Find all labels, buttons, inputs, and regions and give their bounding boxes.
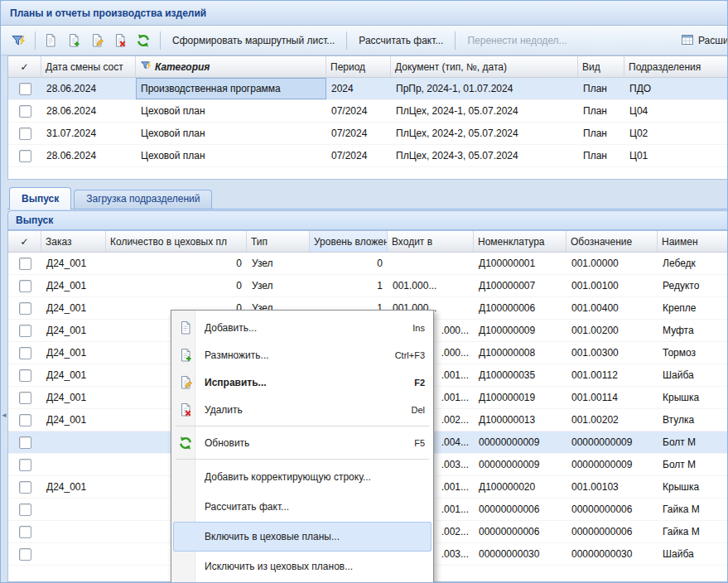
cell-name: Лебедк bbox=[658, 253, 727, 274]
cell-qty: 0 bbox=[106, 253, 247, 274]
cell-check bbox=[8, 499, 41, 520]
cell-qty: 0 bbox=[106, 275, 247, 296]
row-checkbox[interactable] bbox=[19, 436, 31, 449]
row-checkbox[interactable] bbox=[19, 414, 31, 426]
column-header-division[interactable]: Подразделения bbox=[624, 56, 727, 78]
cell-document: ПлЦех, 2024-3, 05.07.2024 bbox=[391, 145, 578, 166]
cell-name: Тормоз bbox=[658, 342, 727, 364]
cell-check bbox=[8, 100, 41, 122]
row-checkbox[interactable] bbox=[19, 347, 31, 359]
cell-date: 31.07.2024 bbox=[41, 123, 136, 144]
column-header-kind[interactable]: Вид bbox=[578, 56, 624, 78]
column-header-date[interactable]: Дата смены сост bbox=[41, 56, 136, 78]
cell-order: Д24_001 bbox=[41, 364, 106, 386]
menu-item[interactable]: Исправить...F2 bbox=[173, 369, 431, 396]
column-header-type[interactable]: Тип bbox=[247, 231, 310, 253]
table-row[interactable]: 28.06.2024Цеховой план07/2024ПлЦех, 2024… bbox=[8, 100, 727, 123]
column-header-level[interactable]: Уровень вложен bbox=[310, 231, 388, 253]
column-header-qty[interactable]: Количество в цеховых пл bbox=[106, 231, 247, 253]
advanced-search-icon bbox=[681, 33, 694, 49]
row-checkbox[interactable] bbox=[19, 369, 31, 382]
menu-item[interactable]: Рассчитать факт... bbox=[173, 492, 431, 522]
column-header-parent[interactable]: Входит в bbox=[388, 231, 474, 253]
refresh-button[interactable] bbox=[133, 30, 154, 51]
cell-order: Д24_001 bbox=[41, 387, 106, 408]
column-header-period[interactable]: Период bbox=[326, 56, 391, 78]
table-row[interactable]: Д24_0010Узел1001.000...Д100000007001.001… bbox=[8, 275, 727, 297]
table-row[interactable]: 31.07.2024Цеховой план07/2024ПлЦех, 2024… bbox=[8, 123, 727, 145]
menu-item[interactable]: ОбновитьF5 bbox=[173, 429, 431, 456]
cell-order: Д24_001 bbox=[41, 253, 106, 274]
cell-nomenclature: Д100000019 bbox=[474, 387, 566, 408]
cell-name: Редукто bbox=[658, 275, 727, 296]
menu-item[interactable]: Размножить...Ctrl+F3 bbox=[173, 341, 431, 369]
cell-name: Гайка М bbox=[658, 499, 727, 520]
cell-name: Муфта bbox=[658, 320, 727, 341]
window-titlebar[interactable]: Планы и отчеты производства изделий bbox=[1, 1, 727, 26]
cell-date: 28.06.2024 bbox=[41, 78, 136, 99]
row-checkbox[interactable] bbox=[19, 392, 31, 404]
menu-item[interactable]: Добавить...Ins bbox=[173, 314, 431, 341]
table-row[interactable]: 28.06.2024Цеховой план07/2024ПлЦех, 2024… bbox=[8, 145, 727, 167]
column-header-order[interactable]: Заказ bbox=[41, 231, 106, 253]
menu-item[interactable]: УдалитьDel bbox=[173, 396, 431, 423]
duplicate-button[interactable] bbox=[63, 30, 84, 51]
cell-name: Втулка bbox=[658, 409, 727, 431]
row-checkbox[interactable] bbox=[19, 325, 31, 337]
menu-item[interactable]: Добавить корректирующую строку... bbox=[173, 462, 431, 492]
advanced-button[interactable]: Расширен bbox=[673, 30, 728, 51]
row-checkbox[interactable] bbox=[19, 280, 31, 292]
add-button[interactable] bbox=[40, 30, 61, 51]
row-checkbox[interactable] bbox=[19, 526, 31, 538]
cell-check bbox=[8, 543, 41, 565]
row-checkbox[interactable] bbox=[19, 481, 31, 494]
cell-check bbox=[8, 275, 41, 296]
cell-document: ПрПр, 2024-1, 01.07.2024 bbox=[391, 78, 578, 99]
form-route-sheet-button[interactable]: Сформировать маршрутный лист... bbox=[165, 30, 342, 51]
table-row[interactable]: Д24_0010Узел0Д100000001001.00000Лебедк bbox=[8, 253, 727, 275]
cell-check bbox=[8, 320, 41, 341]
row-checkbox[interactable] bbox=[19, 128, 31, 140]
toolbar: Сформировать маршрутный лист... Рассчита… bbox=[1, 26, 727, 55]
advanced-button-label: Расширен bbox=[698, 35, 728, 46]
cell-check bbox=[8, 431, 41, 453]
column-header-designation[interactable]: Обозначение bbox=[566, 231, 658, 253]
row-checkbox[interactable] bbox=[19, 258, 31, 270]
lower-grid-header: ✓ЗаказКоличество в цеховых плТипУровень … bbox=[8, 231, 727, 253]
vypusk-panel-header[interactable]: Выпуск bbox=[7, 210, 727, 230]
west-collapse-strip[interactable]: ◄ bbox=[1, 55, 7, 582]
filter-button[interactable] bbox=[7, 30, 29, 51]
column-header-nomenclature[interactable]: Номенклатура bbox=[474, 231, 566, 253]
row-checkbox[interactable] bbox=[19, 150, 31, 162]
tab-vypusk[interactable]: Выпуск bbox=[9, 187, 71, 210]
calc-fact-button[interactable]: Рассчитать факт... bbox=[351, 30, 451, 51]
column-header-document[interactable]: Документ (тип, №, дата) bbox=[391, 56, 578, 78]
row-checkbox[interactable] bbox=[19, 459, 31, 471]
cell-nomenclature: Д100000013 bbox=[474, 409, 566, 431]
cell-check bbox=[8, 123, 41, 144]
row-checkbox[interactable] bbox=[19, 548, 31, 561]
row-checkbox[interactable] bbox=[19, 105, 31, 118]
column-header-name[interactable]: Наимен bbox=[658, 231, 727, 253]
table-row[interactable]: 28.06.2024Производственная программа2024… bbox=[8, 78, 727, 100]
row-checkbox[interactable] bbox=[19, 302, 31, 315]
cell-type: Узел bbox=[247, 275, 310, 296]
row-checkbox[interactable] bbox=[19, 504, 31, 516]
delete-button[interactable] bbox=[109, 30, 131, 51]
menu-item[interactable]: Включить в цеховые планы... bbox=[173, 522, 431, 552]
cell-level: 0 bbox=[310, 253, 388, 274]
edit-button[interactable] bbox=[86, 30, 108, 51]
cell-nomenclature: Д100000009 bbox=[474, 320, 566, 341]
menu-item[interactable]: Исключить из цеховых планов... bbox=[173, 552, 431, 581]
tab-zagruzka-podrazdelenii[interactable]: Загрузка подразделений bbox=[74, 190, 212, 209]
row-checkbox[interactable] bbox=[19, 83, 31, 95]
column-header-check[interactable]: ✓ bbox=[8, 56, 41, 78]
menu-shortcut: Ins bbox=[403, 323, 425, 333]
transfer-unfinished-button[interactable]: Перенести недодел... bbox=[460, 30, 574, 51]
column-header-category[interactable]: Категория bbox=[136, 56, 326, 78]
column-header-check[interactable]: ✓ bbox=[8, 231, 41, 253]
cell-designation: 00000000006 bbox=[566, 521, 658, 542]
cell-order bbox=[41, 521, 106, 542]
cell-category: Производственная программа bbox=[136, 78, 326, 99]
cell-check bbox=[8, 409, 41, 431]
